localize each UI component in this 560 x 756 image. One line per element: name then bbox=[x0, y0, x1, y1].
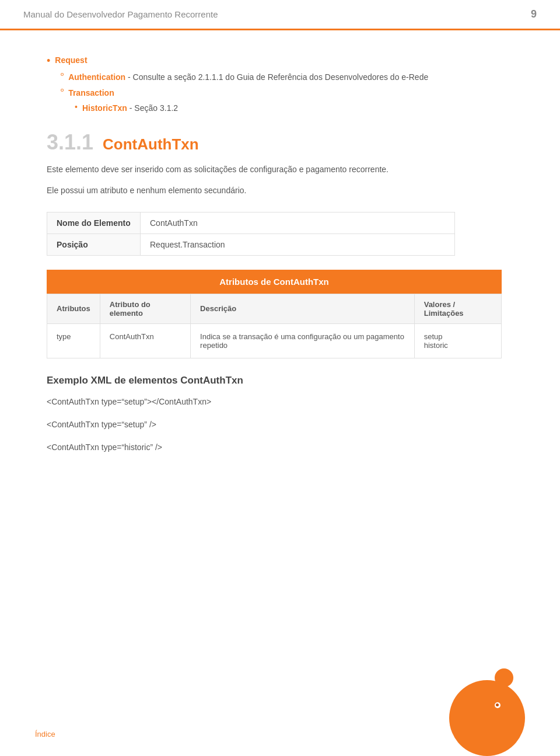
xml-example-2: <ContAuthTxn type=“setup” /> bbox=[47, 419, 525, 431]
table-row: Nome do Elemento ContAuthTxn bbox=[47, 212, 455, 234]
xml-example-1: <ContAuthTxn type=“setup”></ContAuthTxn> bbox=[47, 396, 525, 408]
bullet-section: • Request º Authentication - Consulte a … bbox=[47, 54, 525, 114]
section-body-2: Ele possui um atributo e nenhum elemento… bbox=[47, 184, 443, 198]
list-item: º Transaction bbox=[47, 86, 525, 99]
attr-values: setuphistoric bbox=[414, 323, 501, 358]
authentication-label: Authentication bbox=[68, 72, 125, 82]
mascot-eye bbox=[495, 702, 501, 708]
bullet-icon: • bbox=[47, 54, 50, 68]
request-label: Request bbox=[55, 55, 87, 65]
attributes-table-title: Atributos de ContAuthTxn bbox=[47, 270, 502, 294]
historictxn-ref: - Seção 3.1.2 bbox=[130, 103, 178, 113]
attr-type: type bbox=[47, 323, 100, 358]
info-table: Nome do Elemento ContAuthTxn Posição Req… bbox=[47, 212, 455, 256]
bullet-label: Request bbox=[55, 54, 87, 67]
bullet-label: HistoricTxn - Seção 3.1.2 bbox=[82, 102, 178, 114]
list-item: • Request bbox=[47, 54, 525, 68]
section-title: ContAuthTxn bbox=[103, 135, 199, 154]
col-header-elemento: Atributo do elemento bbox=[100, 294, 190, 323]
bullet-icon: • bbox=[75, 102, 78, 113]
document-title: Manual do Desenvolvedor Pagamento Recorr… bbox=[23, 9, 218, 19]
mascot-pupil bbox=[496, 703, 499, 706]
section-body-1: Este elemento deve ser inserido com as s… bbox=[47, 163, 443, 177]
page-content: • Request º Authentication - Consulte a … bbox=[0, 30, 560, 511]
col-header-descricao: Descrição bbox=[191, 294, 415, 323]
table-label: Nome do Elemento bbox=[47, 212, 141, 234]
bullet-label: Authentication - Consulte a seção 2.1.1.… bbox=[68, 71, 428, 83]
page-number: 9 bbox=[531, 8, 537, 20]
attributes-table-wrapper: Atributos de ContAuthTxn Atributos Atrib… bbox=[47, 270, 502, 358]
table-label: Posição bbox=[47, 234, 141, 255]
table-header-row: Atributos Atributo do elemento Descrição… bbox=[47, 294, 502, 323]
bullet-icon: º bbox=[61, 71, 64, 82]
page-header: Manual do Desenvolvedor Pagamento Recorr… bbox=[0, 0, 560, 30]
mascot-circle bbox=[449, 680, 525, 756]
index-link[interactable]: Índice bbox=[35, 730, 55, 738]
table-value: Request.Transaction bbox=[141, 234, 455, 255]
col-header-atributos: Atributos bbox=[47, 294, 100, 323]
attr-element: ContAuthTxn bbox=[100, 323, 190, 358]
xml-example-3: <ContAuthTxn type=“historic” /> bbox=[47, 441, 525, 454]
col-header-valores: Valores / Limitações bbox=[414, 294, 501, 323]
authentication-desc: - Consulte a seção 2.1.1.1 do Guia de Re… bbox=[128, 72, 428, 82]
attr-description: Indica se a transação é uma configuração… bbox=[191, 323, 415, 358]
list-item: º Authentication - Consulte a seção 2.1.… bbox=[47, 71, 525, 83]
example-heading: Exemplo XML de elementos ContAuthTxn bbox=[47, 375, 525, 386]
list-item: • HistoricTxn - Seção 3.1.2 bbox=[47, 102, 525, 114]
page-footer: Índice bbox=[35, 729, 55, 738]
mascot-decoration bbox=[449, 674, 525, 756]
historictxn-label: HistoricTxn bbox=[82, 103, 127, 113]
table-row: Posição Request.Transaction bbox=[47, 234, 455, 255]
table-row: type ContAuthTxn Indica se a transação é… bbox=[47, 323, 502, 358]
attributes-table: Atributos Atributo do elemento Descrição… bbox=[47, 294, 502, 358]
table-value: ContAuthTxn bbox=[141, 212, 455, 234]
section-number: 3.1.1 bbox=[47, 132, 93, 153]
transaction-label: Transaction bbox=[68, 88, 114, 97]
bullet-icon: º bbox=[61, 86, 64, 98]
section-heading: 3.1.1 ContAuthTxn bbox=[47, 132, 525, 154]
bullet-label: Transaction bbox=[68, 86, 114, 99]
